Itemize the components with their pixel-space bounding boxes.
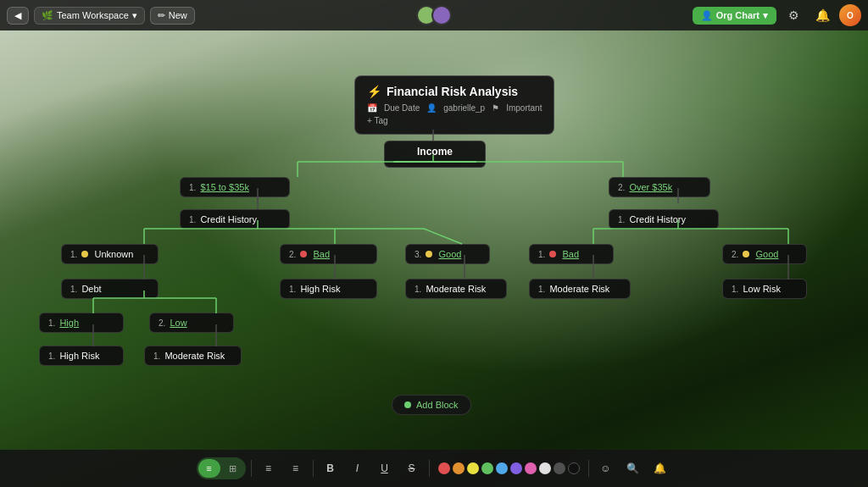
bell-button[interactable]: 🔔: [810, 3, 834, 27]
bottombar: ≡ ⊞ ≡ ≡ B I U S ☺ 🔍 🔔: [0, 450, 868, 487]
workspace-label: Team Workspace: [57, 10, 129, 20]
new-label: New: [169, 10, 187, 20]
color-yellow[interactable]: [467, 462, 479, 474]
topbar-center: [416, 5, 452, 25]
node-bad-right[interactable]: 1. Bad: [529, 244, 614, 264]
separator-1: [251, 460, 252, 477]
root-tag[interactable]: + Tag: [367, 116, 542, 125]
topbar-left: ◀ 🌿 Team Workspace ▾ ✏ New: [7, 7, 409, 25]
share-label: Org Chart: [716, 10, 760, 20]
color-black[interactable]: [568, 462, 580, 474]
mode-btn-inactive[interactable]: ⊞: [222, 459, 244, 478]
mode-toggle: ≡ ⊞: [197, 457, 246, 479]
color-blue[interactable]: [496, 462, 508, 474]
workspace-icon: 🌿: [42, 10, 53, 21]
root-meta: 📅 Due Date 👤 gabrielle_p ⚑ Important: [367, 103, 542, 113]
node-over-35k[interactable]: 2. Over $35k: [609, 177, 710, 197]
color-pink[interactable]: [525, 462, 537, 474]
workspace-button[interactable]: 🌿 Team Workspace ▾: [34, 7, 145, 25]
node-low-risk[interactable]: 1. Low Risk: [722, 279, 807, 299]
colors-group: [435, 462, 583, 474]
list-btn[interactable]: ≡: [257, 457, 281, 480]
back-button[interactable]: ◀: [7, 7, 29, 25]
color-red[interactable]: [438, 462, 450, 474]
indent-btn[interactable]: ≡: [284, 457, 308, 480]
new-icon: ✏: [158, 10, 165, 21]
node-moderate-risk-1[interactable]: 1. Moderate Risk: [405, 279, 507, 299]
root-icon: ⚡: [367, 85, 381, 98]
separator-2: [313, 460, 314, 477]
node-moderate-risk-3[interactable]: 1. Moderate Risk: [144, 346, 242, 366]
mode-btn-active[interactable]: ≡: [198, 459, 220, 478]
bold-btn[interactable]: B: [319, 457, 342, 480]
user-avatar[interactable]: O: [839, 4, 861, 26]
workspace-chevron: ▾: [132, 10, 137, 21]
search-tool-btn[interactable]: 🔍: [621, 457, 645, 480]
share-chevron: ▾: [763, 10, 768, 21]
node-15-35k[interactable]: 1. $15 to $35k: [180, 177, 290, 197]
color-green[interactable]: [481, 462, 493, 474]
color-orange[interactable]: [453, 462, 465, 474]
color-gray[interactable]: [554, 462, 565, 474]
topbar-right: 👤 Org Chart ▾ ⚙ 🔔 O: [459, 3, 861, 27]
assignee-icon: 👤: [426, 103, 437, 113]
bell-tool-btn[interactable]: 🔔: [648, 457, 672, 480]
avatar-group: [416, 5, 452, 25]
important-icon: ⚑: [492, 103, 499, 113]
separator-4: [588, 460, 589, 477]
underline-btn[interactable]: U: [373, 457, 397, 480]
node-good-right[interactable]: 2. Good: [722, 244, 807, 264]
node-credit-right[interactable]: 1. Credit History: [609, 209, 719, 230]
svg-line-12: [424, 229, 462, 244]
root-node[interactable]: ⚡ Financial Risk Analysis 📅 Due Date 👤 g…: [354, 75, 554, 135]
node-high-risk-1[interactable]: 1. High Risk: [280, 279, 377, 299]
strikethrough-btn[interactable]: S: [400, 457, 424, 480]
add-block-dot: [404, 401, 411, 408]
italic-btn[interactable]: I: [346, 457, 370, 480]
income-node[interactable]: Income: [384, 141, 486, 168]
new-button[interactable]: ✏ New: [150, 7, 195, 25]
avatar-2: [431, 5, 452, 25]
node-credit-left[interactable]: 1. Credit History: [180, 209, 290, 230]
node-good-left[interactable]: 3. Good: [405, 244, 490, 264]
calendar-icon: 📅: [367, 103, 377, 113]
node-high-risk-2[interactable]: 1. High Risk: [39, 346, 124, 366]
topbar: ◀ 🌿 Team Workspace ▾ ✏ New 👤 Org Chart ▾…: [0, 0, 868, 30]
separator-3: [429, 460, 430, 477]
node-unknown[interactable]: 1. Unknown: [61, 244, 159, 264]
emoji-btn[interactable]: ☺: [594, 457, 618, 480]
node-debt[interactable]: 1. Debt: [61, 279, 159, 299]
node-moderate-risk-2[interactable]: 1. Moderate Risk: [529, 279, 631, 299]
color-purple[interactable]: [510, 462, 522, 474]
node-low[interactable]: 2. Low: [149, 313, 234, 333]
canvas: ⚡ Financial Risk Analysis 📅 Due Date 👤 g…: [0, 30, 868, 450]
node-bad-left[interactable]: 2. Bad: [280, 244, 377, 264]
color-white[interactable]: [539, 462, 551, 474]
add-block-button[interactable]: Add Block: [392, 395, 471, 415]
root-title: ⚡ Financial Risk Analysis: [367, 85, 542, 98]
share-icon: 👤: [701, 10, 713, 21]
settings-button[interactable]: ⚙: [782, 3, 805, 27]
node-high[interactable]: 1. High: [39, 313, 124, 333]
share-button[interactable]: 👤 Org Chart ▾: [693, 7, 776, 25]
